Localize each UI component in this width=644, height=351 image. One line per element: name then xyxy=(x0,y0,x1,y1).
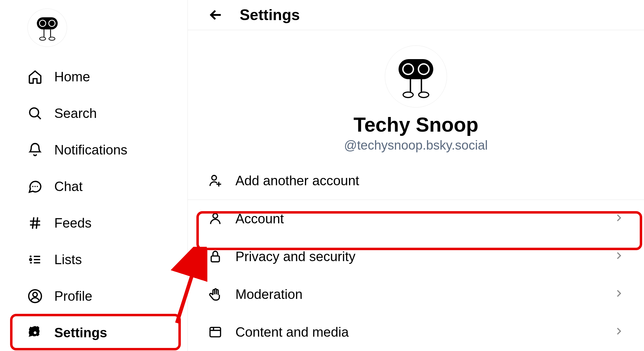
page-title: Settings xyxy=(240,6,300,24)
nav-notifications[interactable]: Notifications xyxy=(27,132,188,168)
profile-icon xyxy=(27,289,43,304)
chevron-right-icon xyxy=(614,213,626,225)
svg-line-17 xyxy=(36,217,38,229)
chevron-right-icon xyxy=(614,250,626,263)
search-icon xyxy=(27,106,43,121)
row-label: Add another account xyxy=(235,173,626,188)
row-label: Moderation xyxy=(235,287,614,302)
profile-block: Techy Snoop @techysnoop.bsky.social xyxy=(188,30,644,162)
svg-point-12 xyxy=(34,186,36,187)
svg-point-28 xyxy=(212,176,216,180)
row-label: Content and media xyxy=(235,324,614,340)
sidebar-avatar[interactable] xyxy=(27,9,67,47)
settings-row-moderation[interactable]: Moderation xyxy=(188,275,644,313)
gear-icon xyxy=(27,325,43,340)
row-label: Account xyxy=(235,211,614,226)
nav-search[interactable]: Search xyxy=(27,95,188,132)
back-button[interactable] xyxy=(207,6,225,24)
settings-row-privacy[interactable]: Privacy and security xyxy=(188,238,644,275)
bell-icon xyxy=(27,142,43,158)
settings-row-content-media[interactable]: Content and media xyxy=(188,313,644,351)
profile-handle: @techysnoop.bsky.social xyxy=(344,138,488,153)
account-actions: Add another account xyxy=(188,162,644,200)
nav-profile[interactable]: Profile xyxy=(27,278,188,314)
profile-avatar[interactable] xyxy=(385,45,447,108)
nav-label: Home xyxy=(54,69,90,84)
arrow-left-icon xyxy=(209,8,223,22)
home-icon xyxy=(27,69,43,84)
avatar-icon xyxy=(34,14,61,41)
header: Settings xyxy=(188,0,644,30)
hand-icon xyxy=(206,285,224,303)
nav-label: Lists xyxy=(54,252,82,267)
add-account-row[interactable]: Add another account xyxy=(188,162,644,200)
svg-point-20 xyxy=(30,259,31,261)
sidebar: Home Search Notifications Chat Feeds Lis… xyxy=(0,0,188,351)
nav-label: Notifications xyxy=(54,142,127,158)
nav-label: Feeds xyxy=(54,215,91,231)
user-plus-icon xyxy=(206,172,224,190)
main: Settings Techy Snoop @techysnoop.bsky.so… xyxy=(188,0,644,351)
nav-label: Profile xyxy=(54,289,92,304)
chat-icon xyxy=(27,179,43,194)
nav-label: Chat xyxy=(54,179,83,194)
svg-point-9 xyxy=(30,108,38,117)
list-icon xyxy=(27,252,43,267)
svg-rect-33 xyxy=(210,328,221,337)
user-icon xyxy=(206,210,224,228)
nav-label: Search xyxy=(54,106,97,121)
chevron-right-icon xyxy=(614,288,626,300)
svg-point-18 xyxy=(30,255,31,257)
svg-point-26 xyxy=(33,331,37,335)
chevron-right-icon xyxy=(614,326,626,338)
window-icon xyxy=(206,323,224,341)
nav-lists[interactable]: Lists xyxy=(27,241,188,278)
lock-icon xyxy=(206,247,224,266)
svg-point-31 xyxy=(213,214,217,218)
svg-line-10 xyxy=(38,116,41,119)
nav-chat[interactable]: Chat xyxy=(27,168,188,205)
settings-rows: Account Privacy and security Moderation … xyxy=(188,200,644,351)
svg-line-16 xyxy=(33,217,34,229)
nav-label: Settings xyxy=(54,325,107,340)
svg-point-11 xyxy=(32,186,34,187)
svg-point-13 xyxy=(37,186,38,187)
nav-home[interactable]: Home xyxy=(27,58,188,95)
avatar-icon xyxy=(393,54,439,99)
nav-feeds[interactable]: Feeds xyxy=(27,205,188,241)
svg-point-25 xyxy=(33,292,38,297)
hash-icon xyxy=(27,215,43,231)
profile-display-name: Techy Snoop xyxy=(353,113,478,136)
nav-settings[interactable]: Settings xyxy=(27,314,188,351)
row-label: Privacy and security xyxy=(235,249,614,264)
svg-rect-32 xyxy=(211,256,220,262)
settings-row-account[interactable]: Account xyxy=(188,200,644,238)
